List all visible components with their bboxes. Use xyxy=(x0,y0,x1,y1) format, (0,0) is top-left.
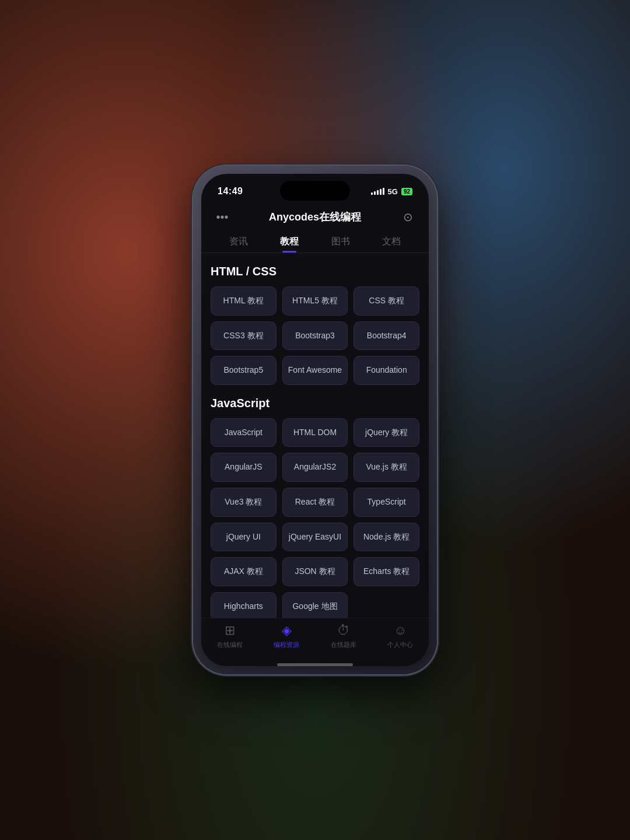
tab-books[interactable]: 图书 xyxy=(322,232,359,253)
battery-indicator: 92 xyxy=(401,188,412,195)
tab-news[interactable]: 资讯 xyxy=(220,232,257,253)
target-icon[interactable]: ⊙ xyxy=(398,210,417,224)
bottom-tab-editor[interactable]: ⊞ 在线编程 xyxy=(217,623,243,649)
bottom-tab-resources[interactable]: ◈ 编程资源 xyxy=(274,623,299,649)
status-right: 5G 92 xyxy=(371,187,412,196)
bottom-tab-profile[interactable]: ☺ 个人中心 xyxy=(387,623,413,649)
btn-html[interactable]: HTML 教程 xyxy=(211,286,276,316)
network-type: 5G xyxy=(388,187,398,196)
btn-angularjs2[interactable]: AngularJS2 xyxy=(282,453,348,482)
btn-nodejs[interactable]: Node.js 教程 xyxy=(354,523,419,552)
btn-javascript[interactable]: JavaScript xyxy=(211,418,276,447)
problems-icon: ⏱ xyxy=(337,623,350,638)
javascript-grid: JavaScript HTML DOM jQuery 教程 AngularJS … xyxy=(211,418,419,618)
bottom-tab-bar: ⊞ 在线编程 ◈ 编程资源 ⏱ 在线题库 ☺ 个人中心 xyxy=(201,618,429,661)
signal-icon xyxy=(371,188,384,195)
dynamic-island xyxy=(280,181,350,201)
section-javascript-title: JavaScript xyxy=(211,397,419,410)
tab-docs[interactable]: 文档 xyxy=(373,232,410,253)
nav-bar: ••• Anycodes在线编程 ⊙ xyxy=(201,205,429,230)
btn-json[interactable]: JSON 教程 xyxy=(282,557,348,586)
btn-echarts[interactable]: Echarts 教程 xyxy=(354,557,419,586)
nav-title: Anycodes在线编程 xyxy=(232,210,398,224)
tabs-bar: 资讯 教程 图书 文档 xyxy=(201,230,429,253)
editor-icon: ⊞ xyxy=(225,623,235,638)
btn-highcharts[interactable]: Highcharts xyxy=(211,592,276,618)
btn-vue3[interactable]: Vue3 教程 xyxy=(211,488,276,517)
btn-react[interactable]: React 教程 xyxy=(282,488,348,517)
btn-jquery-easyui[interactable]: jQuery EasyUI xyxy=(282,523,348,552)
btn-font-awesome[interactable]: Font Awesome xyxy=(282,356,348,385)
btn-foundation[interactable]: Foundation xyxy=(354,356,419,385)
tab-tutorial[interactable]: 教程 xyxy=(271,232,308,253)
bottom-tab-problems[interactable]: ⏱ 在线题库 xyxy=(331,623,356,649)
btn-html-dom[interactable]: HTML DOM xyxy=(282,418,348,447)
btn-google-maps[interactable]: Google 地图 xyxy=(282,592,348,618)
btn-jquery[interactable]: jQuery 教程 xyxy=(354,418,419,447)
status-time: 14:49 xyxy=(218,186,243,197)
btn-bootstrap3[interactable]: Bootstrap3 xyxy=(282,321,348,351)
btn-bootstrap4[interactable]: Bootstrap4 xyxy=(354,321,419,351)
resources-icon: ◈ xyxy=(282,623,292,638)
tab-active-indicator xyxy=(282,251,296,253)
btn-typescript[interactable]: TypeScript xyxy=(354,488,419,517)
btn-ajax[interactable]: AJAX 教程 xyxy=(211,557,276,586)
btn-angularjs[interactable]: AngularJS xyxy=(211,453,276,482)
btn-css[interactable]: CSS 教程 xyxy=(354,286,419,316)
btn-vuejs[interactable]: Vue.js 教程 xyxy=(354,453,419,482)
btn-bootstrap5[interactable]: Bootstrap5 xyxy=(211,356,276,385)
btn-jquery-ui[interactable]: jQuery UI xyxy=(211,523,276,552)
profile-icon: ☺ xyxy=(394,623,407,638)
content-scroll[interactable]: HTML / CSS HTML 教程 HTML5 教程 CSS 教程 CSS3 … xyxy=(201,253,429,618)
section-html-css: HTML / CSS HTML 教程 HTML5 教程 CSS 教程 CSS3 … xyxy=(211,265,419,385)
home-indicator xyxy=(277,663,353,666)
btn-css3[interactable]: CSS3 教程 xyxy=(211,321,276,351)
section-html-css-title: HTML / CSS xyxy=(211,265,419,278)
phone-screen: 14:49 5G 92 ••• Anycodes在线编程 ⊙ 资 xyxy=(201,174,429,666)
btn-html5[interactable]: HTML5 教程 xyxy=(282,286,348,316)
html-css-grid: HTML 教程 HTML5 教程 CSS 教程 CSS3 教程 Bootstra… xyxy=(211,286,419,385)
more-icon[interactable]: ••• xyxy=(213,211,232,224)
section-javascript: JavaScript JavaScript HTML DOM jQuery 教程… xyxy=(211,397,419,618)
